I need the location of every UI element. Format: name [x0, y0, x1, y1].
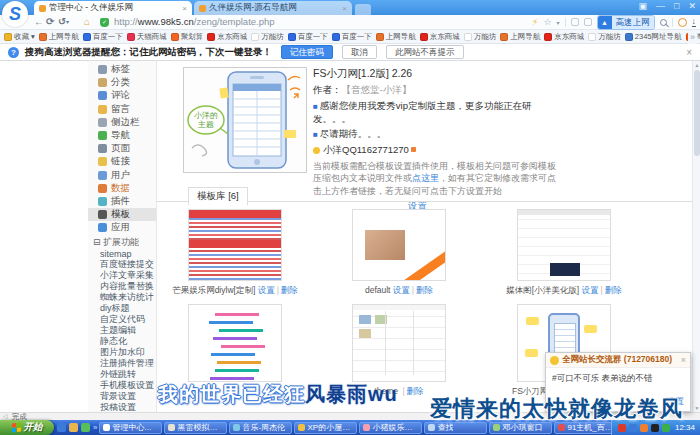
delete-link[interactable]: 删除 [407, 386, 424, 396]
sidebar-toggle-icon[interactable]: ◁ [3, 413, 8, 420]
security-shield-icon[interactable]: ✓ [100, 18, 109, 27]
tab-close-icon[interactable]: × [182, 4, 187, 13]
set-link[interactable]: 设置 [581, 285, 598, 295]
bookmark-item[interactable]: 京东商城 [420, 32, 460, 42]
scroll-down-icon[interactable]: ▼ [693, 405, 700, 411]
close-icon[interactable]: × [681, 355, 686, 365]
chevron-down-icon[interactable]: ▾ [556, 19, 559, 26]
sidebar-item[interactable]: 导航 [88, 129, 156, 142]
sidebar-item[interactable]: 标签 [88, 63, 156, 76]
close-icon[interactable]: ✕ [688, 1, 696, 11]
bookmark-item[interactable]: 万能坊 [251, 32, 284, 42]
smiley-icon[interactable] [678, 18, 687, 27]
cancel-button[interactable]: 取消 [342, 45, 377, 59]
tray-icon[interactable] [651, 424, 659, 432]
download-icon[interactable]: ↓ [692, 17, 697, 27]
sidebar-item[interactable]: 链接 [88, 155, 156, 168]
tray-icon[interactable] [629, 424, 637, 432]
sidebar-item[interactable]: 数据 [88, 182, 156, 195]
bookmark-item[interactable]: 万能坊 [464, 32, 497, 42]
sidebar-item[interactable]: 应用 [88, 221, 156, 234]
sidebar-item[interactable]: 插件 [88, 195, 156, 208]
skin-icon[interactable]: ▣ [639, 1, 648, 11]
close-icon[interactable]: × [686, 47, 692, 58]
taskbar-button[interactable]: 音乐-周杰伦 [229, 422, 292, 434]
sidebar-item[interactable]: 分类 [88, 76, 156, 89]
sidebar-item[interactable]: ⊟ 扩展功能 [88, 236, 156, 248]
start-button[interactable]: 开始 [0, 420, 54, 435]
bookmark-item[interactable]: 百度一下 [288, 32, 328, 42]
bookmark-item[interactable]: 上网导航 [500, 32, 540, 42]
quick-launch-icon[interactable] [57, 423, 66, 432]
bookmark-item[interactable]: 上网导航 [39, 32, 79, 42]
bookmarks-overflow-icon[interactable]: » [688, 30, 697, 44]
tab-admin-center[interactable]: 管理中心 - 久伴娱乐网 × [34, 1, 192, 15]
taskbar-button[interactable]: 管理中心... [99, 422, 162, 434]
bookmark-item[interactable]: 上网导航 [376, 32, 416, 42]
template-thumbnail[interactable] [517, 209, 611, 281]
sidebar-item[interactable]: 侧边栏 [88, 116, 156, 129]
tab-template-library[interactable]: 模板库 [6] [188, 187, 248, 205]
minimize-icon[interactable]: — [656, 1, 665, 11]
template-thumbnail[interactable] [352, 304, 446, 382]
new-tab-button[interactable] [355, 4, 371, 15]
sidebar-item[interactable]: 投稿设置 [88, 402, 156, 412]
maximize-icon[interactable]: □ [674, 1, 679, 11]
taskbar-button[interactable]: XP的小屋大客服 [294, 422, 357, 434]
bookmark-item[interactable]: 百度一下 [83, 32, 123, 42]
page-scrollbar: ▲ ▼ [692, 61, 700, 412]
tray-icon[interactable] [662, 424, 670, 432]
scroll-up-icon[interactable]: ▲ [693, 62, 700, 68]
bookmark-item[interactable]: 聚划算 [171, 32, 204, 42]
taskbar-button[interactable]: 小猪娱乐网... [359, 422, 422, 434]
extension-icon[interactable] [571, 18, 579, 26]
quick-launch-icon[interactable] [69, 423, 78, 432]
speed-mode-icon: ▲ [598, 16, 612, 29]
bookmark-item[interactable]: 收藏 ▾ [4, 32, 35, 42]
delete-link[interactable]: 删除 [416, 285, 433, 295]
bookmark-label: 百度一下 [342, 32, 372, 42]
sidebar-item-label: 模板 [111, 208, 130, 221]
chevron-down-icon[interactable]: ▾ [66, 15, 69, 29]
bookmark-item[interactable]: 2345网址导航 [625, 32, 682, 42]
template-thumbnail[interactable] [352, 209, 446, 281]
scrollbar-thumb[interactable] [694, 70, 700, 156]
never-prompt-button[interactable]: 此网站不再提示 [386, 45, 464, 59]
template-thumbnail[interactable] [188, 209, 282, 281]
set-link[interactable]: 设置 [393, 285, 410, 295]
taskbar-button[interactable]: 黑雷模拟大师 [164, 422, 227, 434]
click-here-link[interactable]: 点这里 [412, 173, 439, 183]
delete-link[interactable]: 删除 [281, 285, 298, 295]
template-thumbnail[interactable] [188, 304, 282, 382]
bookmark-item[interactable]: 天猫商城 [127, 32, 167, 42]
back-icon[interactable]: ← [34, 15, 44, 29]
home-icon[interactable]: ⌂ [84, 15, 90, 29]
address-bar[interactable]: http://www.98k5.cn/zeng/template.php [114, 15, 275, 29]
sidebar-item[interactable]: 模板 [88, 208, 156, 221]
extension-icon[interactable] [584, 18, 592, 26]
sidebar-item[interactable]: 评论 [88, 89, 156, 102]
refresh-icon[interactable]: ⟳ [46, 15, 54, 29]
tab-close-icon[interactable]: × [342, 4, 347, 13]
bookmark-item[interactable]: 万能坊 [588, 32, 621, 42]
delete-link[interactable]: 删除 [605, 285, 622, 295]
tab-site-home[interactable]: 久伴娱乐网-源石导航网 × [194, 1, 352, 15]
question-icon: ? [8, 47, 19, 58]
speed-mode-button[interactable]: ▲高速上网 [597, 15, 655, 30]
search-icon[interactable] [660, 19, 667, 26]
template-author: 作者：【音悠堂-小洋】 [313, 84, 559, 97]
lightning-icon[interactable]: ⚡ [532, 17, 538, 27]
tray-icon[interactable] [618, 424, 626, 432]
set-link[interactable]: 设置 [258, 285, 275, 295]
bookmark-item[interactable]: 京东商城 [207, 32, 247, 42]
quick-launch-icon[interactable] [81, 423, 90, 432]
sidebar-item[interactable]: 用户 [88, 169, 156, 182]
quick-launch-overflow-icon[interactable]: » [93, 423, 97, 432]
favorite-star-icon[interactable]: ☆ [543, 17, 551, 27]
tray-icon[interactable] [640, 424, 648, 432]
remember-password-button[interactable]: 记住密码 [281, 45, 333, 59]
sidebar-item[interactable]: 页面 [88, 142, 156, 155]
bookmark-item[interactable]: 百度一下 [332, 32, 372, 42]
bookmark-item[interactable]: 京东商城 [544, 32, 584, 42]
sidebar-item[interactable]: 留言 [88, 103, 156, 116]
